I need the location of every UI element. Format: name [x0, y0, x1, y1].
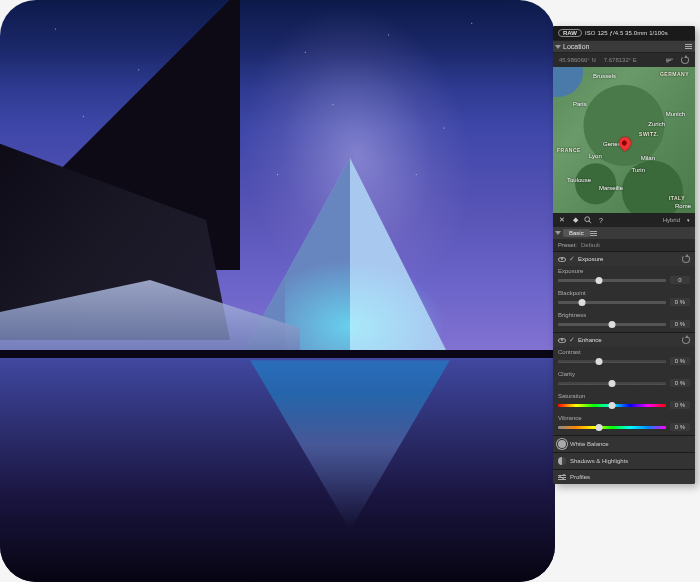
hamburger-icon[interactable] [685, 44, 692, 49]
eye-icon[interactable] [558, 257, 566, 262]
check-icon[interactable]: ✓ [569, 336, 575, 344]
reset-icon[interactable] [682, 336, 690, 344]
exposure-track[interactable] [558, 279, 666, 282]
saturation-slider: Saturation 0 % [553, 391, 695, 413]
vibrance-label: Vibrance [558, 415, 690, 421]
enhance-group-header[interactable]: ✓ Enhance [553, 332, 695, 347]
longitude-value[interactable]: 7.678132° E [604, 57, 637, 63]
preset-row: Preset: Default [553, 239, 695, 251]
map-toolbar: ✕ ◆ ? Hybrid ▾ [553, 213, 695, 227]
exposure-group-header[interactable]: ✓ Exposure [553, 251, 695, 266]
brightness-value[interactable]: 0 % [670, 320, 690, 328]
contrast-track[interactable] [558, 360, 666, 363]
photo-canvas [0, 0, 555, 582]
preset-label: Preset: [558, 242, 577, 248]
clarity-track[interactable] [558, 382, 666, 385]
eye-icon[interactable] [558, 338, 566, 343]
disclosure-triangle-icon[interactable] [555, 231, 561, 235]
clarity-slider: Clarity 0 % [553, 369, 695, 391]
tab-basic[interactable]: Basic [563, 229, 590, 237]
contrast-value[interactable]: 0 % [670, 357, 690, 365]
blackpoint-value[interactable]: 0 % [670, 298, 690, 306]
help-icon[interactable]: ? [597, 216, 605, 224]
map-city-toulouse: Toulouse [567, 177, 591, 183]
slider-knob[interactable] [609, 402, 616, 409]
blackpoint-track[interactable] [558, 301, 666, 304]
location-section-header[interactable]: Location [553, 40, 695, 53]
latitude-value[interactable]: 45.986066° N [559, 57, 596, 63]
tag-icon[interactable]: ◆ [571, 216, 579, 224]
saturation-label: Saturation [558, 393, 690, 399]
saturation-value[interactable]: 0 % [670, 401, 690, 409]
vibrance-value[interactable]: 0 % [670, 423, 690, 431]
coordinates-row: 45.986066° N 7.678132° E [553, 53, 695, 67]
raw-badge: RAW [558, 29, 582, 37]
svg-line-1 [589, 221, 591, 223]
slider-knob[interactable] [578, 299, 585, 306]
disclosure-triangle-icon[interactable] [555, 45, 561, 49]
map-city-turin: Turin [632, 167, 645, 173]
map-mode-select[interactable]: Hybrid [663, 217, 680, 223]
map-city-munich: Munich [666, 111, 685, 117]
shadows-highlights-section[interactable]: Shadows & Highlights [553, 452, 695, 469]
filter-icon[interactable] [666, 58, 673, 62]
brightness-track[interactable] [558, 323, 666, 326]
brightness-slider: Brightness 0 % [553, 310, 695, 332]
exposure-value[interactable]: 0 [670, 276, 690, 284]
map-city-zurich: Zurich [648, 121, 665, 127]
map-city-paris: Paris [573, 101, 587, 107]
vibrance-slider: Vibrance 0 % [553, 413, 695, 435]
vibrance-track[interactable] [558, 426, 666, 429]
half-circle-icon [558, 457, 566, 465]
blackpoint-slider: Blackpoint 0 % [553, 288, 695, 310]
slider-knob[interactable] [609, 380, 616, 387]
map-city-marseille: Marseille [599, 185, 623, 191]
exposure-group-label: Exposure [578, 256, 679, 262]
map-city-milan: Milan [641, 155, 655, 161]
map-pin-icon[interactable] [617, 135, 634, 152]
map-city-brussels: Brussels [593, 73, 616, 79]
location-map[interactable]: Brussels GERMANY Paris Munich Zurich SWI… [553, 67, 695, 213]
contrast-slider: Contrast 0 % [553, 347, 695, 369]
location-title: Location [563, 43, 685, 50]
profiles-label: Profiles [570, 474, 690, 480]
reset-icon[interactable] [681, 56, 689, 64]
clarity-label: Clarity [558, 371, 690, 377]
inspector-panel: RAW ISO 125 ƒ/4.5 35.0mm 1/100s Location… [553, 26, 695, 484]
exposure-slider: Exposure 0 [553, 266, 695, 288]
check-icon[interactable]: ✓ [569, 255, 575, 263]
white-balance-section[interactable]: White Balance [553, 435, 695, 452]
search-icon[interactable] [584, 216, 592, 224]
contrast-label: Contrast [558, 349, 690, 355]
saturation-track[interactable] [558, 404, 666, 407]
slider-knob[interactable] [596, 277, 603, 284]
chevron-down-icon[interactable]: ▾ [687, 217, 690, 223]
map-city-rome: Rome [675, 203, 691, 209]
shadows-highlights-label: Shadows & Highlights [570, 458, 690, 464]
exif-bar: RAW ISO 125 ƒ/4.5 35.0mm 1/100s [553, 26, 695, 40]
exif-text: ISO 125 ƒ/4.5 35.0mm 1/100s [585, 30, 668, 36]
map-country-switz: SWITZ. [639, 131, 659, 137]
enhance-group-label: Enhance [578, 337, 679, 343]
preset-value[interactable]: Default [581, 242, 600, 248]
profiles-section[interactable]: Profiles [553, 469, 695, 484]
basic-tab-row: Basic [553, 227, 695, 239]
exposure-label: Exposure [558, 268, 690, 274]
slider-knob[interactable] [609, 321, 616, 328]
map-country-germany: GERMANY [660, 71, 689, 77]
map-country-italy: ITALY [669, 195, 685, 201]
hamburger-icon[interactable] [590, 231, 597, 236]
blackpoint-label: Blackpoint [558, 290, 690, 296]
slider-knob[interactable] [596, 358, 603, 365]
slider-knob[interactable] [596, 424, 603, 431]
sea-shape [553, 67, 583, 97]
sliders-icon [558, 475, 566, 480]
white-balance-label: White Balance [570, 441, 690, 447]
map-country-france: FRANCE [557, 147, 581, 153]
shuffle-icon[interactable]: ✕ [558, 216, 566, 224]
map-city-lyon: Lyon [589, 153, 602, 159]
clarity-value[interactable]: 0 % [670, 379, 690, 387]
sun-icon [558, 440, 566, 448]
reset-icon[interactable] [682, 255, 690, 263]
brightness-label: Brightness [558, 312, 690, 318]
